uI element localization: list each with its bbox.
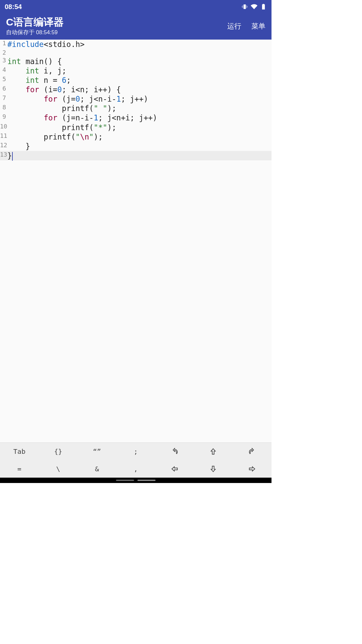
line-number: 2	[0, 49, 7, 57]
code-content[interactable]: }	[7, 151, 272, 160]
key-[interactable]: ,	[116, 460, 155, 478]
app-bar: C语言编译器 自动保存于 08:54:59 运行 菜单	[0, 13, 272, 40]
line-number: 13	[0, 151, 7, 160]
wifi-icon	[251, 3, 257, 10]
code-line[interactable]: 2	[0, 49, 272, 57]
code-content[interactable]: for (j=0; j<n-i-1; j++)	[7, 94, 272, 104]
up-arrow-icon[interactable]	[194, 443, 233, 460]
app-title: C语言编译器	[6, 16, 227, 28]
status-bar: 08:54	[0, 0, 272, 13]
key-[interactable]: \	[39, 460, 78, 478]
text-cursor	[12, 152, 13, 161]
code-content[interactable]: int n = 6;	[7, 75, 272, 85]
line-number: 4	[0, 66, 7, 75]
android-nav-bar	[0, 478, 272, 483]
undo-icon[interactable]	[155, 443, 194, 460]
line-number: 10	[0, 123, 7, 132]
code-editor[interactable]: 1#include<stdio.h>23int main() {4 int i,…	[0, 40, 272, 442]
right-arrow-icon[interactable]	[233, 460, 272, 478]
code-line[interactable]: 11 printf("\n");	[0, 132, 272, 142]
line-number: 12	[0, 142, 7, 151]
line-number: 5	[0, 75, 7, 85]
code-content[interactable]: printf("*");	[7, 123, 272, 132]
code-content[interactable]: printf(" ");	[7, 104, 272, 113]
battery-icon	[260, 3, 267, 10]
code-content[interactable]: for (j=n-i-1; j<n+i; j++)	[7, 113, 272, 122]
line-number: 6	[0, 85, 7, 94]
code-content[interactable]: for (i=0; i<n; i++) {	[7, 85, 272, 94]
key-[interactable]: &	[77, 460, 116, 478]
line-number: 9	[0, 113, 7, 122]
vibrate-icon	[241, 3, 248, 10]
down-arrow-icon[interactable]	[194, 460, 233, 478]
code-line[interactable]: 10 printf("*");	[0, 123, 272, 132]
code-line[interactable]: 9 for (j=n-i-1; j<n+i; j++)	[0, 113, 272, 122]
run-button[interactable]: 运行	[227, 21, 241, 31]
code-line[interactable]: 3int main() {	[0, 57, 272, 66]
redo-icon[interactable]	[233, 443, 272, 460]
code-line[interactable]: 1#include<stdio.h>	[0, 40, 272, 49]
key-[interactable]: ;	[116, 443, 155, 460]
autosave-status: 自动保存于 08:54:59	[6, 29, 227, 36]
code-line[interactable]: 7 for (j=0; j<n-i-1; j++)	[0, 94, 272, 104]
key-[interactable]: “”	[77, 443, 116, 460]
line-number: 3	[0, 57, 7, 66]
code-line[interactable]: 4 int i, j;	[0, 66, 272, 75]
line-number: 1	[0, 40, 7, 49]
left-arrow-icon[interactable]	[155, 460, 194, 478]
menu-button[interactable]: 菜单	[251, 21, 265, 31]
key-[interactable]: {}	[39, 443, 78, 460]
status-time: 08:54	[5, 3, 241, 11]
key-[interactable]: =	[0, 460, 39, 478]
code-content[interactable]: }	[7, 142, 272, 151]
code-content[interactable]: int i, j;	[7, 66, 272, 75]
status-icons	[241, 3, 267, 10]
line-number: 8	[0, 104, 7, 113]
shortcut-bar: Tab{}“”; =\&,	[0, 442, 272, 478]
code-line[interactable]: 8 printf(" ");	[0, 104, 272, 113]
code-content[interactable]: printf("\n");	[7, 132, 272, 142]
code-line[interactable]: 5 int n = 6;	[0, 75, 272, 85]
code-content[interactable]: #include<stdio.h>	[7, 40, 272, 49]
code-line[interactable]: 12 }	[0, 142, 272, 151]
code-content[interactable]: int main() {	[7, 57, 272, 66]
code-line[interactable]: 13}	[0, 151, 272, 160]
key-Tab[interactable]: Tab	[0, 443, 39, 460]
code-content[interactable]	[7, 49, 272, 57]
code-line[interactable]: 6 for (i=0; i<n; i++) {	[0, 85, 272, 94]
line-number: 7	[0, 94, 7, 104]
line-number: 11	[0, 132, 7, 142]
